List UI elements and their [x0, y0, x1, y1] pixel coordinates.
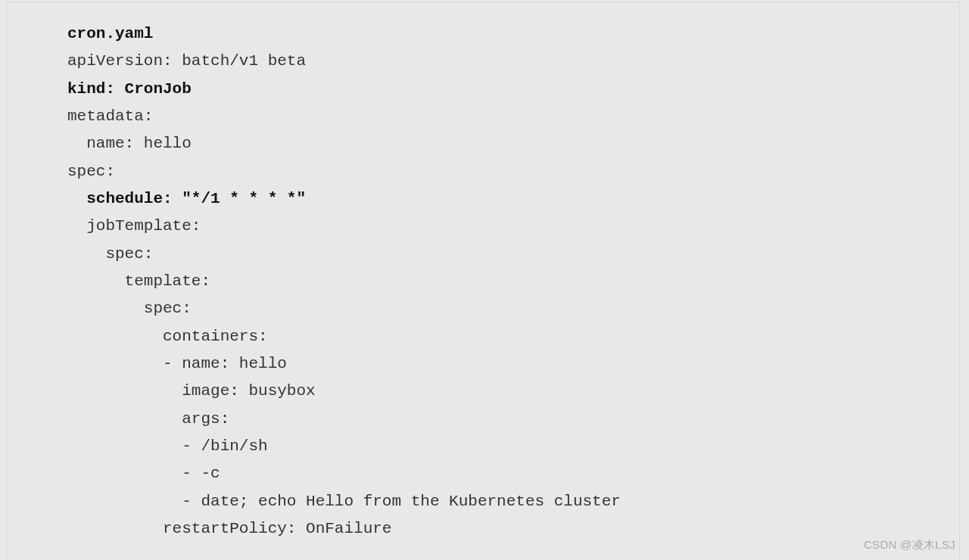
code-line: - name: hello [67, 355, 287, 372]
code-line: image: busybox [67, 382, 316, 400]
yaml-code-block: cron.yaml apiVersion: batch/v1 beta kind… [8, 2, 960, 560]
code-line: - date; echo Hello from the Kubernetes c… [67, 493, 621, 510]
code-line: jobTemplate: [67, 217, 201, 235]
code-line: name: hello [67, 135, 192, 152]
code-line: containers: [67, 328, 268, 345]
code-line: spec: [67, 245, 153, 263]
code-line: apiVersion: batch/v1 beta [67, 52, 306, 70]
code-line: schedule: "*/1 * * * *" [67, 190, 306, 207]
code-line: spec: [67, 163, 115, 180]
code-line: - -c [67, 465, 220, 482]
code-line: metadata: [67, 107, 153, 125]
code-line: kind: CronJob [67, 80, 192, 98]
code-line: args: [67, 410, 229, 428]
code-line: spec: [67, 300, 192, 317]
code-line: template: [67, 272, 210, 290]
code-line: cron.yaml [67, 25, 153, 42]
code-line: - /bin/sh [67, 437, 268, 455]
code-line: restartPolicy: OnFailure [67, 520, 391, 537]
